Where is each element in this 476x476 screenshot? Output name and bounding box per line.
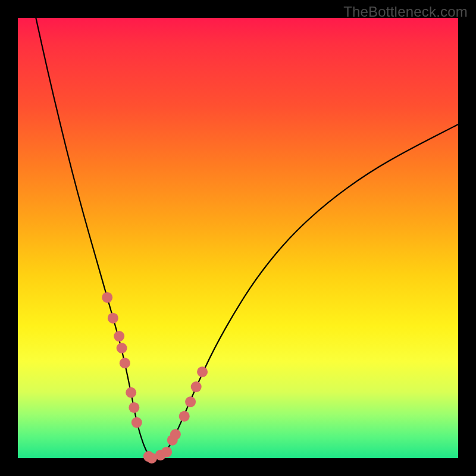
curve-marker xyxy=(185,396,196,407)
curve-marker xyxy=(126,387,136,398)
plot-area xyxy=(18,18,458,458)
curve-marker xyxy=(197,367,208,377)
curve-marker xyxy=(191,381,202,392)
watermark-text: TheBottleneck.com xyxy=(343,4,468,20)
curve-marker xyxy=(114,331,124,342)
curve-marker xyxy=(129,402,139,413)
curve-marker xyxy=(179,411,190,422)
curve-marker xyxy=(117,343,127,353)
curve-marker xyxy=(170,429,181,440)
curve-marker xyxy=(161,447,172,458)
curve-marker xyxy=(131,417,142,428)
curve-markers xyxy=(102,292,208,464)
bottleneck-curve xyxy=(36,18,458,458)
chart-frame: TheBottleneck.com xyxy=(0,0,476,476)
curve-marker xyxy=(102,292,112,303)
curve-marker xyxy=(120,358,130,368)
chart-svg xyxy=(18,18,458,458)
curve-marker xyxy=(108,313,118,324)
